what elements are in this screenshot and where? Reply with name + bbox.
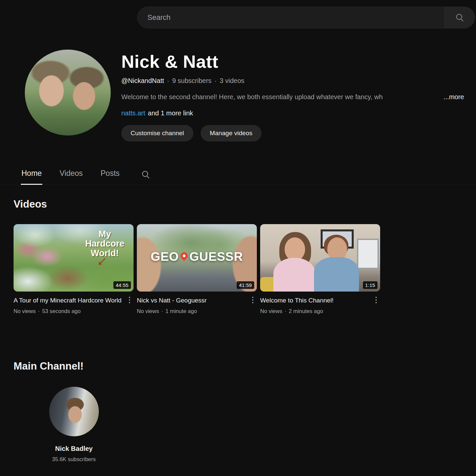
channel-info: Nick & Natt @NickandNatt · 9 subscribers… (121, 50, 464, 141)
search-bar (137, 7, 475, 28)
video-thumbnail[interactable]: 1:15 (260, 224, 380, 292)
person-right-body (314, 257, 359, 292)
video-age: 53 seconds ago (42, 308, 81, 314)
video-title[interactable]: Nick vs Natt - Geoguessr (137, 296, 249, 305)
search-icon (141, 170, 150, 179)
featured-channel-subscribers: 35.6K subscribers (14, 456, 134, 462)
video-card: My Hardcore World! → 44:55 A Tour of my … (14, 224, 134, 314)
channel-tabs-bar: Home Videos Posts (0, 164, 476, 185)
video-menu-button[interactable]: ⋮ (249, 296, 257, 305)
duration-badge: 44:55 (113, 281, 131, 289)
video-count: 3 videos (220, 77, 245, 85)
channel-avatar[interactable] (25, 50, 111, 136)
video-meta: No views · 53 seconds ago (14, 308, 134, 314)
tab-home[interactable]: Home (21, 164, 42, 185)
duration-badge: 41:59 (237, 281, 254, 289)
duration-badge: 1:15 (363, 281, 377, 289)
tab-search-button[interactable] (141, 166, 151, 185)
thumbnail-overlay-text: GEO GUESSR (137, 250, 257, 264)
video-card: GEO GUESSR 41:59 Nick vs Natt - Geoguess… (137, 224, 257, 314)
video-views: No views (137, 308, 159, 314)
separator-dot: · (215, 77, 217, 85)
video-title[interactable]: A Tour of my Minecraft Hardcore World (14, 296, 126, 305)
video-card-body: Nick vs Natt - Geoguessr ⋮ (137, 296, 257, 305)
separator-dot: · (38, 308, 40, 314)
search-input[interactable] (137, 7, 445, 28)
video-card: 1:15 Welcome to This Channel! ⋮ No views… (260, 224, 380, 314)
video-thumbnail[interactable]: My Hardcore World! → 44:55 (14, 224, 134, 292)
video-meta: No views · 2 minutes ago (260, 308, 380, 314)
channel-links-line: natts.art and 1 more link (121, 109, 464, 117)
more-links-label[interactable]: and 1 more link (148, 109, 193, 117)
main-channel-title: Main Channel! (14, 360, 134, 372)
video-row: My Hardcore World! → 44:55 A Tour of my … (14, 224, 462, 314)
channel-tabs: Home Videos Posts (0, 164, 476, 185)
channel-handle: @NickandNatt (121, 77, 164, 85)
search-icon (456, 13, 464, 22)
tab-posts[interactable]: Posts (100, 164, 120, 185)
featured-channel-name[interactable]: Nick Badley (14, 445, 134, 453)
topbar (0, 0, 476, 35)
person-left-body (273, 258, 316, 292)
channel-description: Welcome to the second channel! Here, we … (121, 93, 444, 101)
window (357, 239, 379, 269)
video-menu-button[interactable]: ⋮ (126, 296, 134, 305)
channel-header: Nick & Natt @NickandNatt · 9 subscribers… (25, 50, 464, 141)
search-button[interactable] (445, 7, 475, 28)
manage-videos-button[interactable]: Manage videos (201, 125, 262, 141)
map-pin-icon (179, 251, 189, 261)
videos-section-title: Videos (14, 198, 462, 210)
geo-text-right: GUESSR (189, 250, 243, 264)
video-thumbnail[interactable]: GEO GUESSR 41:59 (137, 224, 257, 292)
description-more-link[interactable]: ...more (444, 93, 464, 101)
subscriber-count: 9 subscribers (172, 77, 212, 85)
video-meta: No views · 1 minute ago (137, 308, 257, 314)
featured-channel: Nick Badley 35.6K subscribers (14, 387, 134, 462)
video-views: No views (14, 308, 36, 314)
videos-section: Videos My Hardcore World! → 44:55 A Tour… (14, 198, 462, 314)
youtube-channel-page: Nick & Natt @NickandNatt · 9 subscribers… (0, 0, 476, 476)
separator-dot: · (285, 308, 287, 314)
tab-videos[interactable]: Videos (59, 164, 83, 185)
video-card-body: Welcome to This Channel! ⋮ (260, 296, 380, 305)
channel-actions: Customise channel Manage videos (121, 125, 464, 141)
customise-channel-button[interactable]: Customise channel (121, 125, 193, 141)
channel-description-line: Welcome to the second channel! Here, we … (121, 93, 464, 101)
featured-channel-avatar[interactable] (49, 387, 99, 436)
geo-text-left: GEO (151, 250, 179, 264)
channel-name: Nick & Natt (121, 51, 464, 72)
main-channel-section: Main Channel! Nick Badley 35.6K subscrib… (14, 360, 134, 462)
video-title[interactable]: Welcome to This Channel! (260, 296, 372, 305)
separator-dot: · (167, 77, 169, 85)
video-card-body: A Tour of my Minecraft Hardcore World ⋮ (14, 296, 134, 305)
separator-dot: · (161, 308, 163, 314)
channel-link[interactable]: natts.art (121, 109, 145, 117)
video-age: 2 minutes ago (289, 308, 323, 314)
channel-meta-line: @NickandNatt · 9 subscribers · 3 videos (121, 77, 464, 85)
video-views: No views (260, 308, 282, 314)
video-age: 1 minute ago (165, 308, 197, 314)
video-menu-button[interactable]: ⋮ (372, 296, 380, 305)
